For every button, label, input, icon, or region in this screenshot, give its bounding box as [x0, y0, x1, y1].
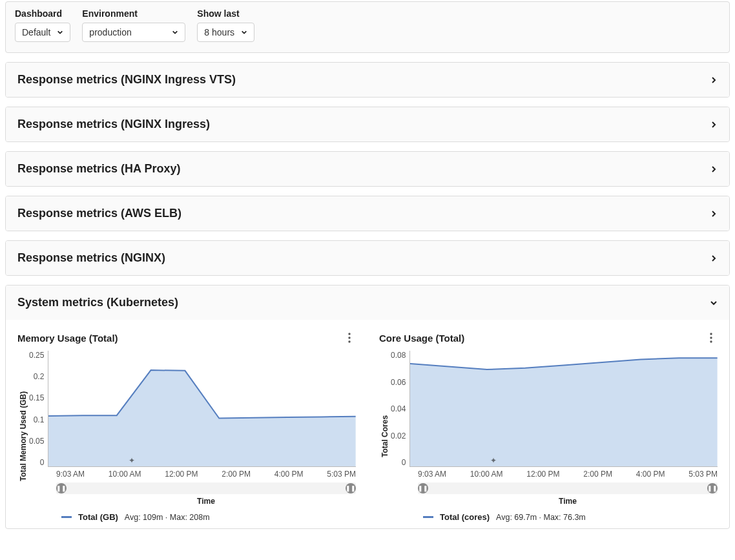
filter-label-environment: Environment [82, 8, 185, 19]
panel-title: Response metrics (AWS ELB) [17, 207, 181, 220]
x-tick: 4:00 PM [274, 470, 304, 479]
legend-swatch [61, 516, 72, 518]
y-tick: 0.08 [391, 351, 406, 360]
y-axis-label: Total Memory Used (GB) [17, 351, 29, 522]
y-tick: 0 [402, 458, 406, 467]
legend-stats: Avg: 109m · Max: 208m [125, 513, 210, 522]
y-ticks: 0.08 0.06 0.04 0.02 0 [391, 351, 409, 467]
x-tick: 2:00 PM [583, 470, 612, 479]
chart-title: Core Usage (Total) [379, 333, 464, 344]
x-axis-label: Time [56, 497, 356, 506]
panel-title: System metrics (Kubernetes) [17, 296, 178, 309]
filter-group-dashboard: Dashboard Default [15, 8, 70, 42]
panel-title: Response metrics (NGINX Ingress) [17, 118, 210, 131]
x-tick: 10:00 AM [109, 470, 141, 479]
legend: Total (cores) Avg: 69.7m · Max: 76.3m [423, 512, 718, 522]
legend-name: Total (GB) [78, 512, 118, 522]
svg-point-3 [710, 333, 712, 335]
y-tick: 0.06 [391, 378, 406, 387]
panel-nginx-ingress: Response metrics (NGINX Ingress) [5, 107, 730, 142]
chevron-right-icon [710, 165, 718, 173]
time-range-slider[interactable]: ❚❚ ❚❚ [56, 482, 356, 494]
dashboard-select[interactable]: Default [15, 23, 70, 42]
y-tick: 0.04 [391, 404, 406, 413]
y-tick: 0.1 [34, 415, 45, 424]
panel-system-kubernetes: System metrics (Kubernetes) Memory Usage… [5, 285, 730, 529]
chevron-right-icon [710, 210, 718, 218]
svg-point-2 [348, 340, 350, 342]
x-tick: 5:03 PM [688, 470, 718, 479]
y-tick: 0.25 [29, 351, 44, 360]
chart-wrap: Total Memory Used (GB) 0.25 0.2 0.15 0.1… [17, 351, 356, 522]
x-tick: 5:03 PM [327, 470, 356, 479]
filter-label-dashboard: Dashboard [15, 8, 70, 19]
chart-title: Memory Usage (Total) [17, 333, 118, 344]
panel-header[interactable]: Response metrics (HA Proxy) [6, 152, 729, 186]
svg-point-1 [348, 337, 350, 338]
y-tick: 0.05 [29, 437, 44, 446]
slider-handle-left[interactable]: ❚❚ [56, 483, 67, 493]
chart-menu-button[interactable] [343, 331, 356, 344]
environment-select[interactable]: production [82, 23, 185, 42]
panel-nginx: Response metrics (NGINX) [5, 240, 730, 276]
chart-menu-button[interactable] [705, 331, 718, 344]
x-tick: 12:00 PM [526, 470, 559, 479]
panel-nginx-ingress-vts: Response metrics (NGINX Ingress VTS) [5, 62, 730, 98]
environment-select-value: production [89, 27, 131, 37]
legend-swatch [423, 516, 433, 518]
chart-head: Memory Usage (Total) [17, 331, 356, 344]
panel-ha-proxy: Response metrics (HA Proxy) [5, 151, 730, 187]
chevron-down-icon [57, 29, 63, 36]
panel-title: Response metrics (NGINX) [17, 251, 165, 265]
slider-handle-left[interactable]: ❚❚ [418, 483, 428, 493]
slider-handle-right[interactable]: ❚❚ [707, 483, 718, 493]
x-ticks: 9:03 AM 10:00 AM 12:00 PM 2:00 PM 4:00 P… [418, 470, 718, 479]
x-ticks: 9:03 AM 10:00 AM 12:00 PM 2:00 PM 4:00 P… [56, 470, 356, 479]
chevron-right-icon [710, 121, 718, 129]
y-tick: 0.2 [34, 372, 45, 381]
panel-header[interactable]: Response metrics (NGINX Ingress) [6, 107, 729, 141]
panel-aws-elb: Response metrics (AWS ELB) [5, 196, 730, 231]
chart-card-core-usage: Core Usage (Total) Total Cores 0.08 0.06… [379, 331, 718, 522]
filter-group-show-last: Show last 8 hours [197, 8, 254, 42]
chevron-down-icon [241, 29, 247, 36]
show-last-select[interactable]: 8 hours [197, 23, 254, 42]
plot-area[interactable]: ✦ [48, 351, 356, 467]
chevron-down-icon [172, 29, 178, 36]
panel-header[interactable]: Response metrics (AWS ELB) [6, 196, 729, 231]
legend-stats: Avg: 69.7m · Max: 76.3m [496, 513, 586, 522]
x-axis-label: Time [418, 497, 718, 506]
filters-card: Dashboard Default Environment production… [5, 1, 730, 53]
panel-header[interactable]: Response metrics (NGINX Ingress VTS) [6, 63, 729, 97]
chevron-right-icon [710, 76, 718, 84]
chart-head: Core Usage (Total) [379, 331, 718, 344]
x-tick: 9:03 AM [56, 470, 85, 479]
panel-title: Response metrics (NGINX Ingress VTS) [17, 73, 236, 87]
panel-body: Memory Usage (Total) Total Memory Used (… [6, 320, 729, 528]
x-tick: 9:03 AM [418, 470, 446, 479]
time-range-slider[interactable]: ❚❚ ❚❚ [418, 482, 718, 494]
y-ticks: 0.25 0.2 0.15 0.1 0.05 0 [29, 351, 48, 467]
y-tick: 0.15 [29, 393, 44, 402]
filter-group-environment: Environment production [82, 8, 185, 42]
chart-card-memory-usage: Memory Usage (Total) Total Memory Used (… [17, 331, 356, 522]
panel-title: Response metrics (HA Proxy) [17, 162, 180, 176]
panel-header[interactable]: System metrics (Kubernetes) [6, 285, 729, 320]
chart-wrap: Total Cores 0.08 0.06 0.04 0.02 0 ✦ [379, 351, 718, 522]
chevron-down-icon [710, 299, 718, 307]
legend: Total (GB) Avg: 109m · Max: 208m [61, 512, 356, 522]
svg-point-4 [710, 337, 712, 338]
show-last-select-value: 8 hours [204, 27, 234, 37]
x-tick: 12:00 PM [165, 470, 198, 479]
filter-label-show-last: Show last [197, 8, 254, 19]
svg-point-5 [710, 340, 712, 342]
chevron-right-icon [710, 254, 718, 262]
svg-point-0 [348, 333, 350, 335]
legend-name: Total (cores) [440, 512, 490, 522]
plot-area[interactable]: ✦ [409, 351, 718, 467]
y-axis-label: Total Cores [379, 351, 391, 522]
x-tick: 2:00 PM [222, 470, 251, 479]
panel-header[interactable]: Response metrics (NGINX) [6, 241, 729, 275]
x-tick: 4:00 PM [636, 470, 665, 479]
slider-handle-right[interactable]: ❚❚ [346, 483, 356, 493]
